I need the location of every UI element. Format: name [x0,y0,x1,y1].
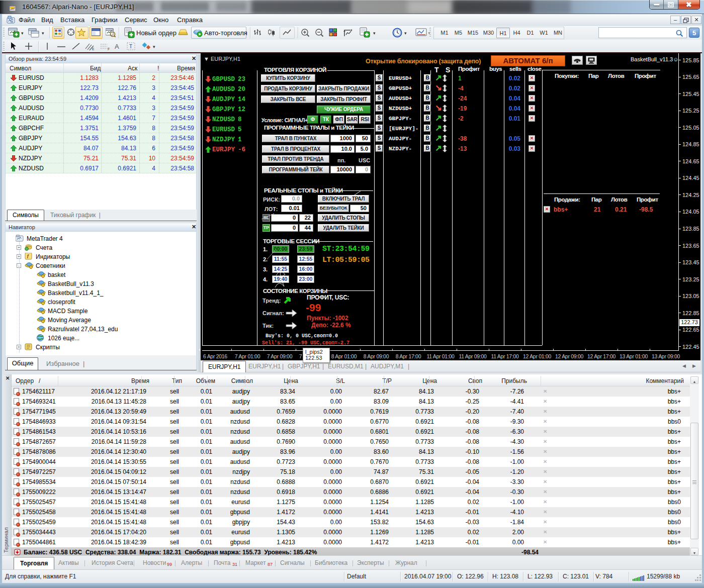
svg-text:F: F [108,47,110,51]
svg-text:T: T [129,44,132,49]
svg-text:E: E [92,47,95,51]
svg-text:M: M [11,20,13,23]
